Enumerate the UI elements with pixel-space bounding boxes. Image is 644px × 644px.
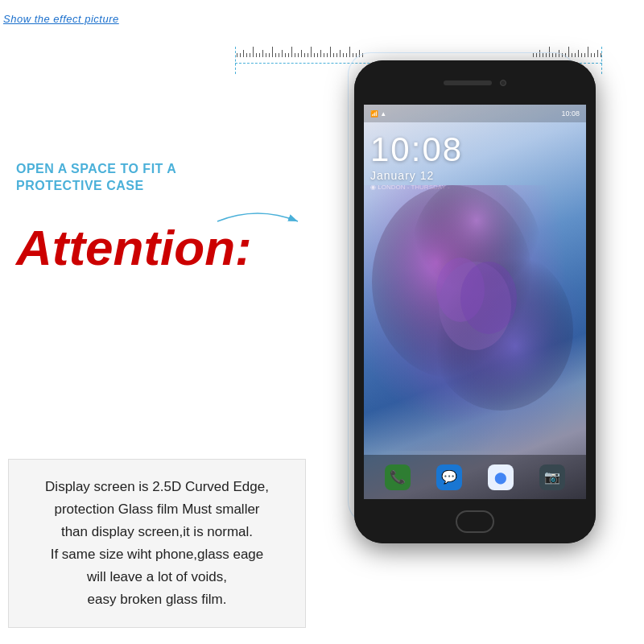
signal-icons: 📶 ▲	[370, 110, 386, 118]
app-icon-phone: 📞	[385, 464, 411, 490]
phone-time: 10:08	[370, 130, 580, 169]
app-icon-messages: 💬	[436, 464, 462, 490]
phone-date: January 12	[370, 169, 580, 182]
phone-camera	[500, 80, 506, 86]
info-box: Display screen is 2.5D Curved Edge, prot…	[8, 459, 306, 628]
status-time: 10:08	[561, 109, 580, 118]
left-content-area: OPEN A SPACE TO FIT A PROTECTIVE CASE At…	[16, 161, 330, 276]
phone-top-bar	[354, 60, 596, 105]
phone-speaker	[444, 80, 492, 85]
app-icon-browser: ⬤	[488, 464, 514, 490]
attention-heading: Attention:	[16, 219, 330, 276]
app-icon-camera: 📷	[539, 464, 565, 490]
phone-bottom-bar	[354, 499, 596, 543]
phone-frame: 📶 ▲ 10:08 10:08 January 12 ◉ LONDON - TH…	[354, 60, 596, 543]
phone-mockup: 📶 ▲ 10:08 10:08 January 12 ◉ LONDON - TH…	[354, 44, 604, 551]
open-space-label: OPEN A SPACE TO FIT A PROTECTIVE CASE	[16, 161, 330, 195]
info-box-text: Display screen is 2.5D Curved Edge, prot…	[28, 476, 286, 611]
phone-screen: 📶 ▲ 10:08 10:08 January 12 ◉ LONDON - TH…	[364, 105, 586, 499]
phone-time-display: 10:08 January 12 ◉ LONDON - THURSDAY -	[364, 122, 586, 194]
phone-status-bar: 📶 ▲ 10:08	[364, 105, 586, 122]
ruler-left	[235, 47, 364, 57]
phone-wallpaper	[364, 185, 586, 451]
phone-app-icons: 📞 💬 ⬤ 📷	[364, 455, 586, 499]
wallpaper-svg	[364, 185, 586, 427]
svg-point-5	[460, 262, 517, 334]
measurement-line-left-vertical	[235, 47, 236, 74]
phone-home-button	[456, 510, 494, 533]
show-effect-link[interactable]: Show the effect picture	[3, 13, 119, 25]
